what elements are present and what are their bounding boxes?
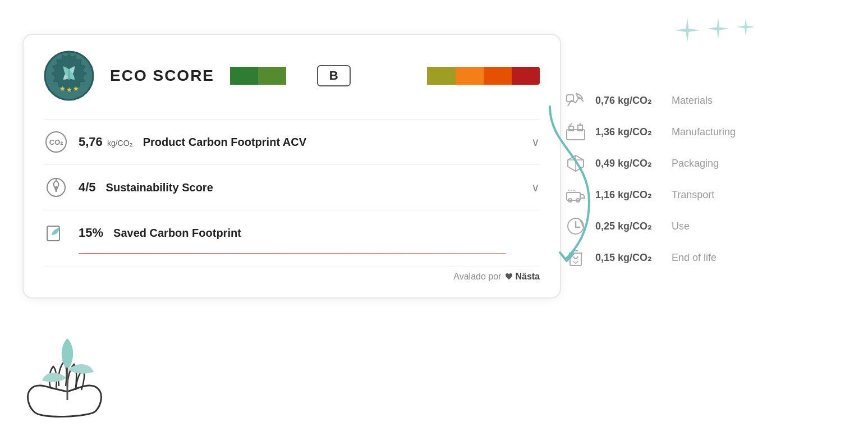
bar-seg-yellow [427, 67, 455, 85]
sparkles-decoration [674, 17, 756, 44]
saved-carbon-icon [44, 221, 68, 245]
list-item: 0,76 kg/CO₂ Materials [565, 90, 834, 111]
sustainability-chevron[interactable]: ∨ [531, 181, 540, 194]
saved-value: 15% [79, 226, 103, 240]
sparkle-icon-1 [674, 17, 701, 44]
manufacturing-value: 1,36 kg/CO₂ [595, 126, 663, 138]
materials-label: Materials [672, 95, 713, 107]
sustainability-value: 4/5 [79, 180, 96, 195]
breakdown-section: 0,76 kg/CO₂ Materials 1,36 kg/CO₂ Ma [565, 45, 834, 268]
eco-score-label: ECO SCORE [110, 67, 214, 85]
main-container: ★ ★ ★ ECO SCORE B [0, 0, 868, 445]
list-item: 1,36 kg/CO₂ Manufacturing [565, 121, 834, 143]
transport-label: Transport [672, 189, 714, 201]
eco-card: ★ ★ ★ ECO SCORE B [22, 34, 561, 299]
sustainability-row[interactable]: 4/5 Sustainability Score ∨ [44, 164, 540, 210]
sustainability-label: Sustainability Score [106, 181, 521, 194]
svg-text:★: ★ [59, 85, 66, 93]
svg-text:CO₂: CO₂ [49, 138, 63, 146]
nasta-name: Nästa [515, 272, 540, 282]
svg-point-9 [55, 186, 57, 189]
list-item: 1,16 kg/CO₂ Transport [565, 184, 834, 205]
bar-seg-green-dark [230, 67, 258, 85]
carbon-value: 5,76 kg/CO₂ [79, 135, 133, 149]
use-icon [565, 215, 586, 237]
svg-text:★: ★ [73, 85, 79, 93]
use-value: 0,25 kg/CO₂ [595, 220, 663, 232]
breakdown-list: 0,76 kg/CO₂ Materials 1,36 kg/CO₂ Ma [565, 90, 834, 268]
materials-value: 0,76 kg/CO₂ [595, 94, 663, 107]
eco-header: ★ ★ ★ ECO SCORE B [44, 51, 540, 101]
packaging-label: Packaging [672, 158, 719, 169]
nasta-brand: Nästa [504, 272, 540, 282]
bar-seg-red [512, 67, 540, 85]
sparkle-icon-3 [736, 17, 756, 37]
bar-seg-orange-dark [484, 67, 512, 85]
saved-label: Saved Carbon Footprint [113, 227, 540, 240]
end-of-life-icon [565, 247, 586, 268]
carbon-footprint-row[interactable]: CO₂ 5,76 kg/CO₂ Product Carbon Footprint… [44, 119, 540, 164]
eco-footer: Avalado por Nästa [44, 267, 540, 282]
sparkle-icon-2 [706, 17, 730, 40]
co2-icon: CO₂ [44, 130, 68, 154]
plant-illustration [17, 322, 129, 434]
use-label: Use [672, 221, 690, 232]
transport-value: 1,16 kg/CO₂ [595, 189, 663, 201]
transport-icon [565, 184, 586, 205]
avalado-text: Avalado por Nästa [453, 272, 540, 282]
list-item: 0,15 kg/CO₂ End of life [565, 247, 834, 268]
avalado-label: Avalado por [453, 272, 501, 282]
end-of-life-label: End of life [672, 252, 717, 264]
carbon-label: Product Carbon Footprint ACV [143, 136, 521, 149]
packaging-value: 0,49 kg/CO₂ [595, 157, 663, 169]
saved-carbon-row[interactable]: 15% Saved Carbon Footprint [44, 210, 540, 262]
materials-icon [565, 90, 586, 111]
list-item: 0,25 kg/CO₂ Use [565, 215, 834, 237]
packaging-icon [565, 153, 586, 174]
score-b-marker: B [317, 65, 351, 86]
nasta-heart-icon [504, 272, 513, 281]
list-item: 0,49 kg/CO₂ Packaging [565, 153, 834, 174]
bar-seg-green-medium [258, 67, 286, 85]
score-bar: B [230, 67, 540, 85]
sustainability-icon [44, 175, 68, 200]
score-bar-container: B [230, 67, 540, 85]
eco-badge-icon: ★ ★ ★ [44, 51, 94, 101]
carbon-chevron[interactable]: ∨ [531, 135, 540, 149]
end-of-life-value: 0,15 kg/CO₂ [595, 251, 663, 264]
saved-underline [79, 253, 506, 254]
bar-seg-orange-light [456, 67, 484, 85]
manufacturing-icon [565, 121, 586, 143]
manufacturing-label: Manufacturing [672, 126, 736, 138]
svg-text:★: ★ [66, 86, 72, 94]
